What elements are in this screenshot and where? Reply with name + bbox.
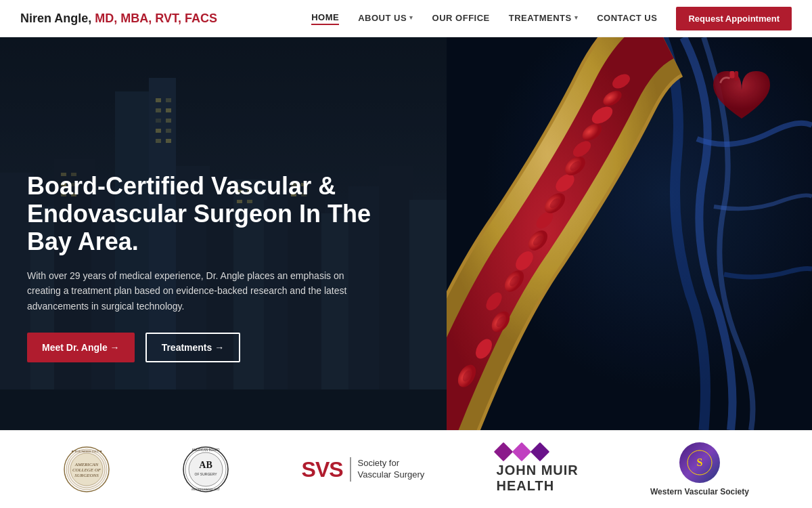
svs-logo: SVS Society for Vascular Surgery [302, 457, 425, 482]
svg-text:S: S [696, 457, 702, 468]
svg-text:AMERICAN BOARD: AMERICAN BOARD [192, 448, 221, 452]
nav-home[interactable]: HOME [311, 12, 339, 25]
main-nav: HOME ABOUT US ▾ OUR OFFICE TREATMENTS ▾ … [311, 7, 792, 30]
svg-text:AMERICAN: AMERICAN [74, 462, 99, 467]
jmh-diamonds [497, 445, 547, 459]
svg-text:OF SURGERY: OF SURGERY [195, 472, 218, 476]
hero-content: Board-Certified Vascular & Endovascular … [27, 172, 420, 362]
acs-logo: AMERICAN COLLEGE OF SURGEONS ✦ FOUNDED 1… [63, 446, 110, 493]
site-logo: Niren Angle, MD, MBA, RVT, FACS [20, 12, 217, 26]
svg-text:COLLEGE OF: COLLEGE OF [72, 467, 102, 473]
hero-right-panel [447, 37, 812, 430]
request-appointment-button[interactable]: Request Appointment [676, 7, 792, 30]
hero-title: Board-Certified Vascular & Endovascular … [27, 172, 420, 256]
nav-contact[interactable]: CONTACT US [597, 13, 657, 24]
nav-treatments[interactable]: TREATMENTS ▾ [509, 13, 578, 24]
wvs-circle: S [679, 442, 720, 483]
logo-name: Niren Angle, [20, 12, 91, 25]
wvs-logo: S Western Vascular Society [650, 442, 749, 496]
jmh-diamond-purple [493, 442, 512, 461]
chevron-down-icon: ▾ [409, 14, 413, 21]
svg-rect-75 [447, 37, 812, 430]
svs-divider [350, 457, 351, 482]
svs-name-line2: Vascular Surgery [358, 469, 425, 481]
acs-logo-image: AMERICAN COLLEGE OF SURGEONS ✦ FOUNDED 1… [63, 446, 110, 493]
hero-buttons: Meet Dr. Angle → Treatments → [27, 333, 420, 362]
svg-text:✦ FOUNDED 1913 ✦: ✦ FOUNDED 1913 ✦ [71, 450, 102, 453]
jmh-diamond-light-purple [512, 442, 531, 461]
svs-full-name: Society for Vascular Surgery [358, 458, 425, 481]
svg-text:SURGEONS: SURGEONS [74, 473, 99, 478]
hero-description: With over 29 years of medical experience… [27, 268, 365, 314]
treatments-button[interactable]: Treatments → [145, 333, 241, 362]
logo-credentials: MD, MBA, RVT, FACS [91, 12, 217, 25]
jmh-name-line1: JOHN MUIR [497, 463, 579, 478]
jmh-logo: JOHN MUIR HEALTH [497, 445, 579, 494]
meet-doctor-button[interactable]: Meet Dr. Angle → [27, 333, 135, 362]
abs-logo-image: AB OF SURGERY AMERICAN BOARD INCORPORATE… [182, 446, 229, 493]
wvs-emblem: S [686, 449, 713, 476]
artery-illustration [447, 37, 812, 430]
jmh-name-line2: HEALTH [497, 478, 555, 494]
logos-section: AMERICAN COLLEGE OF SURGEONS ✦ FOUNDED 1… [0, 430, 812, 508]
abs-logo: AB OF SURGERY AMERICAN BOARD INCORPORATE… [182, 446, 229, 493]
hero-section: Board-Certified Vascular & Endovascular … [0, 37, 812, 430]
jmh-diamond-dark-purple [530, 442, 549, 461]
nav-office[interactable]: OUR OFFICE [432, 13, 490, 24]
svg-text:INCORPORATED 1937: INCORPORATED 1937 [191, 488, 221, 491]
hero-left-panel: Board-Certified Vascular & Endovascular … [0, 37, 447, 430]
svs-abbreviation: SVS [302, 457, 343, 482]
svs-text-block: SVS Society for Vascular Surgery [302, 457, 425, 482]
svs-name-line1: Society for [358, 458, 425, 469]
nav-about[interactable]: ABOUT US ▾ [358, 13, 413, 24]
site-header: Niren Angle, MD, MBA, RVT, FACS HOME ABO… [0, 0, 812, 37]
svg-text:AB: AB [200, 460, 212, 470]
wvs-name: Western Vascular Society [650, 487, 749, 496]
chevron-down-icon: ▾ [574, 14, 579, 21]
